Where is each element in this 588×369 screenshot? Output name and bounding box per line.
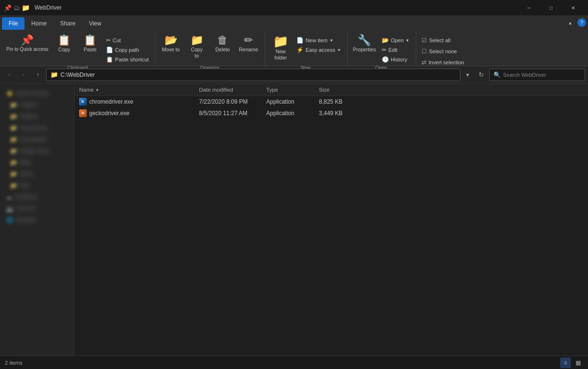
col-header-type[interactable]: Type [263, 83, 316, 95]
cut-icon: ✂ [106, 37, 111, 44]
select-none-button[interactable]: ☐ Select none [419, 47, 467, 56]
clipboard-small-col: ✂ Cut 📄 Copy path 📋 Paste shortcut [104, 33, 151, 64]
col-type-label: Type [266, 87, 278, 93]
edit-label: Edit [388, 47, 398, 53]
status-count: 2 items [5, 360, 23, 366]
sidebar-icon-6: 📁 [10, 159, 17, 166]
invert-icon: ⇄ [422, 59, 426, 66]
properties-button[interactable]: 🔧 Properties [351, 33, 378, 64]
sidebar-item-10[interactable]: 💻 This PC [0, 202, 74, 214]
invert-selection-button[interactable]: ⇄ Invert selection [419, 58, 467, 67]
refresh-button[interactable]: ↻ [475, 69, 487, 81]
sidebar-icon-2: 📁 [10, 113, 17, 120]
maximize-button[interactable]: □ [540, 0, 562, 15]
new-item-arrow: ▼ [329, 38, 333, 43]
sidebar-item-7[interactable]: 📁 Items [0, 168, 74, 179]
file-cell-date-0: 7/22/2020 8:09 PM [196, 98, 263, 105]
sidebar-item-0[interactable]: ⭐ Quick access [0, 87, 74, 99]
titlebar: 📌 🗂 📁 WebDriver ─ □ ✕ [0, 0, 588, 15]
move-to-button[interactable]: 📂 Move to [158, 33, 183, 64]
tab-share[interactable]: Share [53, 17, 82, 30]
open-small-col: 📂 Open ▼ ✏ Edit 🕐 History [379, 33, 412, 64]
tab-file[interactable]: File [2, 17, 24, 30]
select-none-label: Select none [429, 48, 457, 54]
up-button[interactable]: ↑ [32, 69, 44, 81]
sidebar-item-6[interactable]: 📁 Data [0, 156, 74, 168]
delete-button[interactable]: 🗑 Delete [210, 33, 235, 64]
delete-icon: 🗑 [217, 35, 228, 46]
col-header-size[interactable]: Size [316, 83, 359, 95]
addressbar-row: ‹ › ↑ 📁 C:\WebDriver ▾ ↻ 🔍 Search WebDri… [0, 66, 588, 83]
sidebar-item-11[interactable]: 🌐 Network [0, 214, 74, 226]
pin-icon: 📌 [21, 35, 34, 46]
history-button[interactable]: 🕐 History [379, 55, 412, 64]
col-header-date[interactable]: Date modified [196, 83, 263, 95]
rename-label: Rename [239, 47, 258, 53]
sidebar-icon-4: 📁 [10, 136, 17, 143]
sidebar-item-8[interactable]: 📁 Sub [0, 179, 74, 191]
new-folder-button[interactable]: 📁 New folder [268, 33, 293, 64]
sidebar-item-9[interactable]: ☁ OneDrive [0, 191, 74, 202]
address-bar[interactable]: 📁 C:\WebDriver [46, 69, 460, 81]
ribbon-help-btn[interactable]: ? [577, 18, 586, 27]
copy-path-button[interactable]: 📄 Copy path [104, 45, 151, 55]
ribbon-collapse-btn[interactable]: ▲ [565, 17, 576, 28]
select-all-label: Select all [429, 37, 451, 43]
easy-access-button[interactable]: ⚡ Easy access ▼ [294, 45, 343, 55]
close-button[interactable]: ✕ [562, 0, 584, 15]
minimize-button[interactable]: ─ [518, 0, 540, 15]
copy-button[interactable]: 📋 Copy [52, 33, 77, 64]
edit-button[interactable]: ✏ Edit [379, 45, 412, 55]
address-dropdown-button[interactable]: ▾ [462, 69, 473, 81]
ribbon-group-new: 📁 New folder 📄 New item ▼ ⚡ Easy access … [266, 32, 348, 66]
copy-to-button[interactable]: 📁 Copy to [184, 33, 209, 64]
sidebar-icon-3: 📁 [10, 124, 17, 131]
file-row-0[interactable]: E chromedriver.exe 7/22/2020 8:09 PM App… [74, 96, 588, 107]
paste-shortcut-button[interactable]: 📋 Paste shortcut [104, 55, 151, 64]
file-icon-1: G [79, 109, 87, 117]
sidebar-icon-1: 📁 [10, 101, 17, 108]
new-item-button[interactable]: 📄 New item ▼ [294, 36, 343, 45]
sidebar-icon-7: 📁 [10, 170, 17, 178]
sidebar-icon-8: 📁 [10, 182, 17, 189]
rename-icon: ✏ [244, 35, 253, 46]
ribbon-tabs: File Home Share View ▲ ? [0, 15, 588, 30]
statusbar: 2 items ≡ ▦ [0, 356, 588, 369]
paste-shortcut-icon: 📋 [106, 56, 113, 63]
list-view-button[interactable]: ≡ [560, 357, 571, 368]
details-view-button[interactable]: ▦ [573, 357, 583, 368]
rename-button[interactable]: ✏ Rename [236, 33, 261, 64]
titlebar-folder-icon: 📁 [22, 4, 30, 12]
back-button[interactable]: ‹ [3, 69, 15, 81]
sidebar-item-5[interactable]: 📁 Image Drive [0, 145, 74, 156]
col-header-name[interactable]: Name ▲ [76, 83, 196, 95]
open-button[interactable]: 📂 Open ▼ [379, 36, 412, 45]
sidebar-item-3[interactable]: 📁 Documents [0, 122, 74, 133]
paste-button[interactable]: 📋 Paste [78, 33, 103, 64]
ribbon: 📌 Pin to Quick access 📋 Copy 📋 Paste ✂ C… [0, 30, 588, 66]
easy-access-label: Easy access [306, 47, 335, 53]
tab-view[interactable]: View [82, 17, 108, 30]
select-all-button[interactable]: ☑ Select all [419, 36, 467, 45]
file-cell-size-1: 3,449 KB [316, 110, 359, 117]
titlebar-title: WebDriver [35, 4, 61, 11]
sidebar-item-4[interactable]: 📁 Downloads [0, 133, 74, 145]
pin-to-quick-access-button[interactable]: 📌 Pin to Quick access [4, 33, 51, 64]
forward-button[interactable]: › [17, 69, 30, 81]
sidebar-icon-0: ⭐ [6, 90, 13, 97]
clipboard-buttons: 📌 Pin to Quick access 📋 Copy 📋 Paste ✂ C… [4, 33, 151, 64]
organize-buttons: 📂 Move to 📁 Copy to 🗑 Delete ✏ Rename [158, 33, 261, 64]
file-row-1[interactable]: G geckodriver.exe 8/5/2020 11:27 AM Appl… [74, 107, 588, 119]
sidebar-item-1[interactable]: 📁 Folder1 [0, 99, 74, 110]
copy-label: Copy [59, 47, 71, 53]
invert-label: Invert selection [429, 60, 464, 65]
file-cell-date-1: 8/5/2020 11:27 AM [196, 110, 263, 117]
search-bar[interactable]: 🔍 Search WebDriver [489, 69, 585, 81]
sidebar-item-2[interactable]: 📁 Folder2 [0, 110, 74, 122]
cut-button[interactable]: ✂ Cut [104, 36, 151, 45]
open-buttons: 🔧 Properties 📂 Open ▼ ✏ Edit 🕐 History [351, 33, 412, 64]
sidebar-icon-10: 💻 [6, 205, 13, 212]
statusbar-view-controls: ≡ ▦ [560, 357, 583, 368]
file-cell-name-0: E chromedriver.exe [76, 98, 196, 106]
tab-home[interactable]: Home [24, 17, 53, 30]
